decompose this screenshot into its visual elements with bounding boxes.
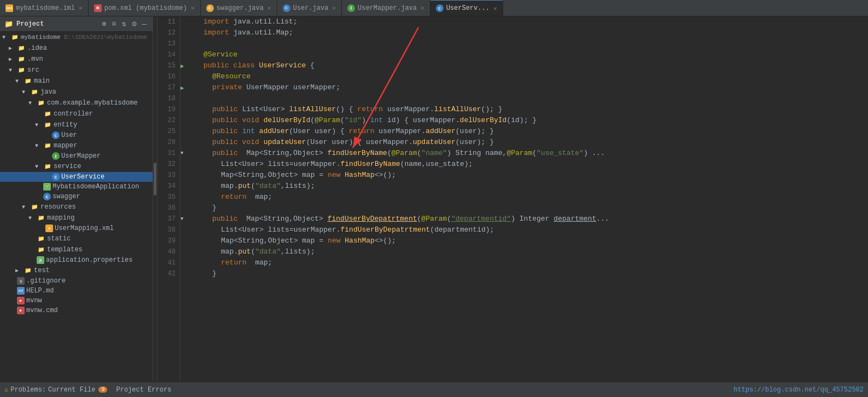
sidebar-item-usermapper[interactable]: I UserMapper — [0, 151, 153, 161]
sidebar-item-java[interactable]: ▼ 📁 java — [0, 87, 153, 97]
sidebar-item-usermapping-xml[interactable]: x UserMapping.xml — [0, 223, 153, 233]
line-num: 11 — [158, 16, 176, 27]
sidebar-item-label: service — [54, 163, 81, 170]
add-file-icon[interactable]: ⊕ — [100, 19, 108, 29]
code-line-25: public int addUser(User user) { return u… — [197, 126, 864, 137]
run-icon[interactable]: ▶ — [180, 84, 184, 91]
tab-user-close[interactable]: ✕ — [332, 4, 336, 11]
sidebar-item-userservice[interactable]: C UserService — [0, 172, 153, 182]
gutter-line — [180, 27, 193, 38]
sidebar-item-mapping[interactable]: ▼ 📁 mapping — [0, 212, 153, 223]
settings-icon[interactable]: ⚙ — [130, 19, 138, 29]
gutter-line — [180, 170, 193, 181]
code-line-39: Map<String,Object> map = new HashMap<>()… — [197, 235, 864, 246]
tab-swagger-close[interactable]: ✕ — [267, 4, 271, 11]
tab-userservice-close[interactable]: ✕ — [493, 5, 497, 12]
tab-usermapper-close[interactable]: ✕ — [421, 4, 424, 11]
gutter-line — [180, 257, 193, 268]
sidebar-item-user-class[interactable]: C User — [0, 130, 153, 140]
collapse-icon[interactable]: ▼ — [180, 216, 183, 222]
sidebar-item-templates[interactable]: 📁 templates — [0, 244, 153, 255]
status-bar: ⚠ Problems: Current File 9 Project Error… — [0, 382, 868, 397]
sidebar-content: ▼ 📁 mybatisdome D:\IDEA2021\mybatisdome … — [0, 32, 153, 382]
line-num: 17 — [158, 82, 176, 93]
sidebar-item-entity[interactable]: ▼ 📁 entity — [0, 119, 153, 130]
sidebar-item-root[interactable]: ▼ 📁 mybatisdome D:\IDEA2021\mybatisdome — [0, 32, 153, 43]
gutter-line — [180, 126, 193, 137]
sidebar-item-swagger-class[interactable]: C swagger — [0, 192, 153, 202]
code-line-12: import java.util.Map; — [197, 27, 864, 38]
collapse-all-icon[interactable]: ≡ — [110, 19, 118, 29]
code-line-13 — [197, 38, 864, 49]
url-section[interactable]: https://blog.csdn.net/qq_45752502 — [733, 386, 864, 394]
sidebar-item-mvn[interactable]: ▶ 📁 .mvn — [0, 54, 153, 65]
line-num: 12 — [158, 27, 176, 38]
sidebar-item-helpmd[interactable]: md HELP.md — [0, 286, 153, 296]
sidebar-item-mapper[interactable]: ▼ 📁 mapper — [0, 140, 153, 151]
sidebar-item-test[interactable]: ▶ 📁 test — [0, 265, 153, 276]
run-icon[interactable]: ▶ — [180, 62, 184, 70]
code-content[interactable]: import java.util.List; import java.util.… — [193, 16, 868, 382]
tab-pom[interactable]: m pom.xml (mybatisdome) ✕ — [89, 0, 201, 16]
arrow-icon: ▼ — [22, 204, 28, 210]
tab-pom-close[interactable]: ✕ — [191, 4, 195, 11]
folder-icon: 📁 — [30, 88, 39, 96]
minimize-icon[interactable]: — — [141, 19, 148, 29]
line-num: 42 — [158, 268, 176, 279]
tab-user[interactable]: C User.java ✕ — [277, 0, 342, 16]
tab-user-label: User.java — [293, 4, 329, 12]
sidebar-item-application[interactable]: 🌱 MybatisdomeApplication — [0, 182, 153, 192]
code-line-37: public Map<String,Object> findUserByDepa… — [197, 214, 864, 225]
current-file-count: 9 — [98, 387, 107, 393]
project-errors-section[interactable]: Project Errors — [116, 386, 171, 394]
line-num: 37 — [158, 214, 176, 225]
expand-icon[interactable]: ⇅ — [120, 19, 128, 29]
arrow-icon: ▶ — [15, 267, 22, 274]
current-file-label: Current File — [48, 386, 95, 394]
sidebar-item-static[interactable]: 📁 static — [0, 233, 153, 244]
line-num: 33 — [158, 170, 176, 181]
mvnw-icon: ▶ — [17, 297, 25, 304]
sidebar-item-mvnw-cmd[interactable]: ▶ mvnw.cmd — [0, 306, 153, 315]
tab-iml[interactable]: iml mybatisdome.iml ✕ — [0, 0, 89, 16]
tab-usermapper[interactable]: I UserMapper.java ✕ — [342, 0, 430, 16]
sidebar-item-main[interactable]: ▼ 📁 main — [0, 76, 153, 87]
sidebar-item-mvnw[interactable]: ▶ mvnw — [0, 296, 153, 306]
sidebar-item-idea[interactable]: ▶ 📁 .idea — [0, 43, 153, 54]
line-num: 19 — [158, 104, 176, 115]
sidebar-item-label: HELP.md — [26, 287, 54, 295]
sidebar-item-controller[interactable]: 📁 controller — [0, 108, 153, 119]
sidebar-item-src[interactable]: ▼ 📁 src — [0, 65, 153, 76]
folder-icon: 📁 — [17, 55, 26, 64]
folder-icon: 📁 — [43, 162, 52, 171]
collapse-icon[interactable]: ▼ — [180, 151, 183, 156]
gutter-line-run[interactable]: ▶ — [180, 82, 193, 93]
class-icon: C — [52, 131, 60, 139]
sidebar-item-label: User — [61, 131, 77, 139]
md-icon: md — [17, 287, 25, 295]
gutter-line — [180, 203, 193, 214]
tab-iml-close[interactable]: ✕ — [79, 4, 83, 11]
sidebar-item-gitignore[interactable]: g .gitignore — [0, 276, 153, 286]
sidebar-item-service[interactable]: ▼ 📁 service — [0, 161, 153, 172]
tab-swagger[interactable]: C swagger.java ✕ — [201, 0, 277, 16]
class-icon: C — [43, 193, 51, 200]
problems-section[interactable]: ⚠ Problems: Current File 9 — [4, 386, 107, 394]
line-num: 14 — [158, 49, 176, 60]
pom-icon: m — [94, 4, 102, 12]
tab-pom-label: pom.xml (mybatisdome) — [104, 4, 187, 12]
gutter-line — [180, 181, 193, 192]
problems-label: Problems: — [10, 386, 46, 394]
project-folder-icon: 📁 — [4, 20, 13, 28]
main-layout: 📁 Project ⊕ ≡ ⇅ ⚙ — ▼ 📁 mybatisdome D:\I… — [0, 16, 868, 382]
gutter-line-run[interactable]: ▼ — [180, 214, 193, 225]
folder-icon: 📁 — [37, 214, 45, 222]
sidebar-item-resources[interactable]: ▼ 📁 resources — [0, 202, 153, 212]
tab-userservice[interactable]: C UserServ... ✕ — [430, 0, 503, 16]
folder-icon: 📁 — [43, 110, 52, 118]
sidebar-scrollbar[interactable] — [153, 16, 158, 382]
gutter-line-run[interactable]: ▼ — [180, 148, 193, 159]
sidebar-item-package[interactable]: ▼ 📁 com.example.mybatisdome — [0, 97, 153, 108]
sidebar-item-application-properties[interactable]: p application.properties — [0, 255, 153, 265]
gutter-line-run[interactable]: ▶ — [180, 60, 193, 71]
